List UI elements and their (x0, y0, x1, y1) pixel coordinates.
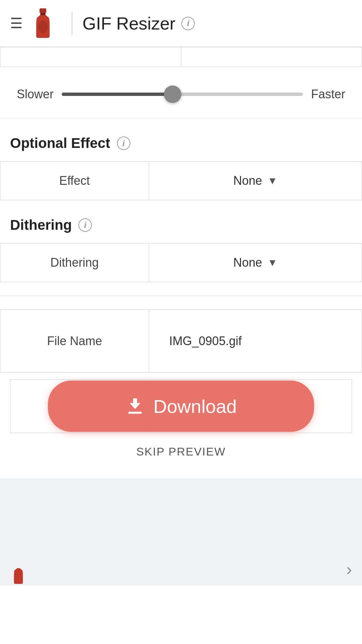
optional-effect-section: Optional Effect i Effect None ▼ (0, 118, 362, 200)
top-input-right (181, 47, 362, 67)
slider-thumb[interactable] (164, 86, 181, 103)
app-title-text: GIF Resizer (82, 13, 175, 34)
effect-dropdown[interactable]: None ▼ (149, 162, 362, 200)
bottom-right-arrow-icon[interactable]: › (346, 559, 352, 579)
dithering-dropdown-arrow-icon: ▼ (267, 257, 278, 268)
download-section: Download SKIP PREVIEW (0, 373, 362, 472)
dithering-dropdown[interactable]: None ▼ (149, 244, 362, 282)
bottle-logo-icon (32, 8, 54, 39)
slower-label: Slower (17, 87, 54, 101)
svg-rect-4 (128, 412, 142, 414)
download-svg-icon (125, 396, 145, 416)
speed-slider[interactable] (62, 93, 303, 96)
app-header: ☰ GIF Resizer i (0, 0, 362, 47)
optional-effect-heading: Optional Effect i (0, 118, 362, 161)
effect-label: Effect (0, 162, 149, 200)
dithering-row: Dithering None ▼ (0, 243, 362, 282)
filename-row: File Name (0, 310, 362, 373)
app-title-info-icon[interactable]: i (181, 17, 195, 30)
dithering-info-icon[interactable]: i (78, 218, 92, 232)
bottom-area: › (0, 478, 362, 586)
speed-slider-row: Slower Faster (10, 77, 352, 105)
main-content: Slower Faster Optional Effect i Effect N… (0, 47, 362, 586)
optional-effect-info-icon[interactable]: i (117, 137, 130, 150)
effect-dropdown-arrow-icon: ▼ (267, 175, 278, 186)
skip-preview-button[interactable]: SKIP PREVIEW (10, 445, 352, 458)
dithering-heading: Dithering i (0, 200, 362, 243)
filename-value-cell (149, 310, 362, 372)
filename-label: File Name (0, 310, 149, 372)
svg-point-2 (38, 21, 48, 33)
bottom-bottle-icon (10, 564, 27, 586)
download-row: Download (10, 379, 352, 433)
download-button[interactable]: Download (48, 381, 314, 432)
download-button-label: Download (153, 395, 237, 417)
dithering-section: Dithering i Dithering None ▼ (0, 200, 362, 282)
app-title: GIF Resizer i (82, 13, 195, 34)
section-separator (0, 296, 362, 296)
top-input-left (0, 47, 181, 67)
faster-label: Faster (311, 87, 345, 101)
header-divider (72, 12, 72, 35)
effect-row: Effect None ▼ (0, 161, 362, 200)
hamburger-icon[interactable]: ☰ (10, 16, 23, 31)
speed-section: Slower Faster (0, 67, 362, 118)
dithering-label: Dithering (0, 244, 149, 282)
filename-input[interactable] (159, 322, 352, 360)
slider-track (62, 93, 303, 96)
top-partial-row (0, 47, 362, 67)
dithering-heading-text: Dithering (10, 217, 72, 233)
optional-effect-heading-text: Optional Effect (10, 135, 110, 151)
download-icon (125, 396, 145, 416)
slider-fill (62, 93, 173, 96)
svg-rect-6 (133, 398, 137, 404)
app-logo (32, 8, 54, 39)
svg-rect-3 (40, 13, 46, 15)
svg-rect-0 (40, 8, 46, 13)
